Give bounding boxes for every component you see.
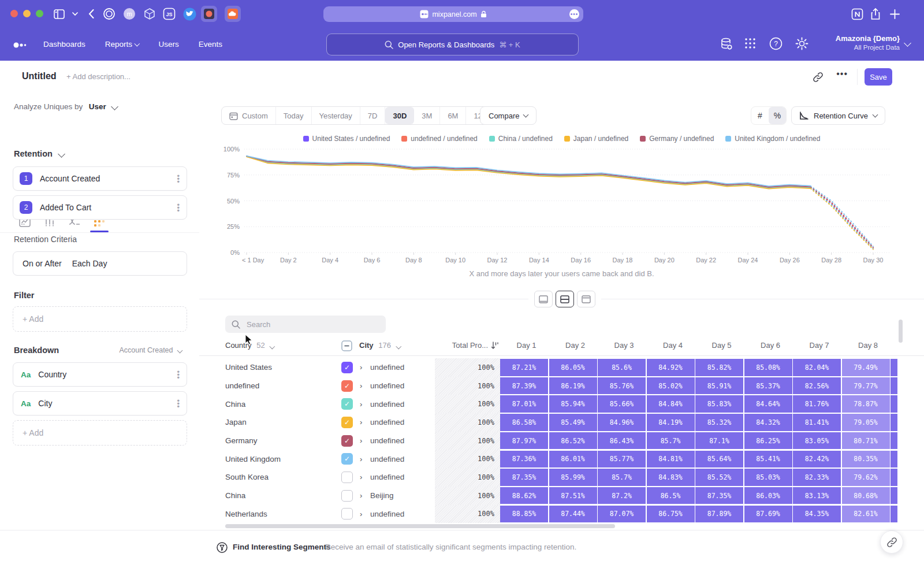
cell-day-7[interactable]: 83.13%	[793, 487, 841, 504]
sort-icon[interactable]	[491, 342, 499, 351]
cell-day-2[interactable]: 87.51%	[549, 487, 597, 504]
js-extension-icon[interactable]: JS	[161, 6, 177, 22]
legend-item[interactable]: Japan / undefined	[564, 135, 628, 143]
legend-item[interactable]: Germany / undefined	[640, 135, 714, 143]
m-avatar-extension-icon[interactable]: m	[121, 6, 137, 22]
cell-day-4[interactable]: 85.7%	[647, 432, 695, 450]
unit-absolute-button[interactable]: #	[751, 107, 769, 124]
cell-day-4[interactable]: 84.19%	[647, 414, 695, 431]
cell-day-2[interactable]: 85.99%	[549, 469, 597, 486]
expand-row-icon[interactable]: ›	[360, 491, 370, 500]
step-card-account-created[interactable]: 1 Account Created •••	[13, 166, 187, 191]
cell-day-6[interactable]: 84.64%	[744, 395, 792, 413]
find-segments-title[interactable]: Find Interesting Segments	[233, 543, 331, 551]
expand-row-icon[interactable]: ›	[360, 455, 370, 463]
cell-day-1[interactable]: 87.35%	[500, 469, 548, 486]
breakdown-card-city[interactable]: Aa City •••	[13, 391, 187, 415]
view-split-button[interactable]	[556, 291, 574, 307]
notion-app-icon[interactable]	[849, 6, 865, 22]
cell-day-3[interactable]: 87.2%	[598, 487, 646, 504]
ring-extension-icon[interactable]	[101, 6, 117, 22]
cell-day-8[interactable]: 80.71%	[842, 432, 890, 450]
legend-item[interactable]: China / undefined	[489, 135, 553, 143]
project-switcher[interactable]: Amazonia {Demo} All Project Data	[836, 34, 900, 51]
cell-day-8[interactable]: 80.35%	[842, 451, 890, 468]
cell-day-5[interactable]: 85.32%	[695, 414, 743, 431]
cell-day-8[interactable]: 79.77%	[842, 377, 890, 395]
range-30d[interactable]: 30D	[385, 107, 414, 124]
retention-section-header[interactable]: Retention	[14, 149, 64, 158]
add-description[interactable]: + Add description...	[66, 72, 131, 81]
range-custom[interactable]: Custom	[222, 107, 276, 124]
cell-day-6[interactable]: 85.03%	[744, 469, 792, 486]
cell-day-2[interactable]: 87.44%	[549, 506, 597, 523]
more-options-icon[interactable]: •••	[836, 69, 848, 79]
retention-line-chart[interactable]: 100%75%50%25%0%< 1 DayDay 2Day 4Day 6Day…	[222, 143, 901, 268]
cell-day-5[interactable]: 85.64%	[695, 451, 743, 468]
cell-day-5[interactable]: 85.82%	[695, 359, 743, 376]
cell-day-5[interactable]: 85.83%	[695, 395, 743, 413]
cell-day-5[interactable]: 87.1%	[695, 432, 743, 450]
reader-extension-icon[interactable]	[201, 6, 217, 22]
tabs-chevron-icon[interactable]	[67, 6, 83, 22]
breakdown-kebab-icon[interactable]: •••	[177, 399, 180, 408]
row-checkbox[interactable]: ✓	[341, 417, 353, 428]
expand-row-icon[interactable]: ›	[360, 473, 370, 481]
cell-day-7[interactable]: 82.56%	[793, 377, 841, 395]
cell-day-3[interactable]: 84.96%	[598, 414, 646, 431]
cell-day-1[interactable]: 86.58%	[500, 414, 548, 431]
row-checkbox[interactable]	[341, 508, 353, 520]
cell-day-3[interactable]: 86.43%	[598, 432, 646, 450]
chart-type-dropdown[interactable]: Retention Curve	[791, 106, 885, 125]
row-checkbox[interactable]	[341, 490, 353, 502]
table-search[interactable]	[225, 316, 386, 333]
expand-row-icon[interactable]: ›	[360, 381, 370, 390]
horizontal-scrollbar[interactable]	[225, 524, 615, 528]
cell-day-4[interactable]: 84.84%	[647, 395, 695, 413]
legend-item[interactable]: United Kingdom / undefined	[725, 135, 820, 143]
cell-day-4[interactable]: 84.83%	[647, 469, 695, 486]
cell-day-6[interactable]: 87.69%	[744, 506, 792, 523]
analyze-value[interactable]: User	[89, 102, 106, 111]
step-kebab-icon[interactable]: •••	[177, 203, 180, 212]
range-3m[interactable]: 3M	[414, 107, 440, 124]
column-total[interactable]: Total Pro...	[445, 341, 488, 350]
analyze-row[interactable]: Analyze Uniques by User	[14, 101, 117, 112]
column-day-7[interactable]: Day 7	[795, 341, 843, 350]
column-day-2[interactable]: Day 2	[552, 341, 599, 350]
column-day-4[interactable]: Day 4	[649, 341, 697, 350]
table-search-input[interactable]	[245, 320, 363, 329]
cell-day-3[interactable]: 85.66%	[598, 395, 646, 413]
row-checkbox[interactable]: ✓	[341, 453, 353, 465]
cell-day-1[interactable]: 87.36%	[500, 451, 548, 468]
view-chart-only-button[interactable]	[534, 291, 553, 307]
cell-day-6[interactable]: 85.41%	[744, 451, 792, 468]
vertical-scrollbar[interactable]	[899, 320, 903, 343]
save-button[interactable]: Save	[865, 68, 892, 86]
url-more-icon[interactable]: •••	[569, 9, 579, 19]
cell-day-5[interactable]: 87.35%	[695, 487, 743, 504]
legend-item[interactable]: United States / undefined	[303, 135, 390, 143]
nav-item-events[interactable]: Events	[199, 40, 222, 49]
cell-day-7[interactable]: 81.76%	[793, 395, 841, 413]
expand-row-icon[interactable]: ›	[360, 436, 370, 445]
cell-day-3[interactable]: 87.07%	[598, 506, 646, 523]
breakdown-add-button[interactable]: + Add	[13, 420, 187, 446]
filter-add-button[interactable]: + Add	[13, 306, 187, 332]
breakdown-kebab-icon[interactable]: •••	[177, 370, 180, 379]
report-title[interactable]: Untitled	[22, 71, 57, 81]
cell-day-1[interactable]: 88.62%	[500, 487, 548, 504]
cell-day-4[interactable]: 86.5%	[647, 487, 695, 504]
cell-day-2[interactable]: 86.05%	[549, 359, 597, 376]
cloud-extension-icon[interactable]	[225, 6, 241, 22]
cell-day-6[interactable]: 85.37%	[744, 377, 792, 395]
cell-day-2[interactable]: 85.49%	[549, 414, 597, 431]
range-7d[interactable]: 7D	[360, 107, 386, 124]
nav-item-reports[interactable]: Reports	[105, 40, 139, 49]
cell-day-1[interactable]: 87.01%	[500, 395, 548, 413]
column-day-5[interactable]: Day 5	[698, 341, 746, 350]
traffic-light-minimize[interactable]	[23, 10, 31, 17]
cell-day-5[interactable]: 85.91%	[695, 377, 743, 395]
cell-day-3[interactable]: 85.7%	[598, 469, 646, 486]
row-checkbox[interactable]	[341, 472, 353, 483]
